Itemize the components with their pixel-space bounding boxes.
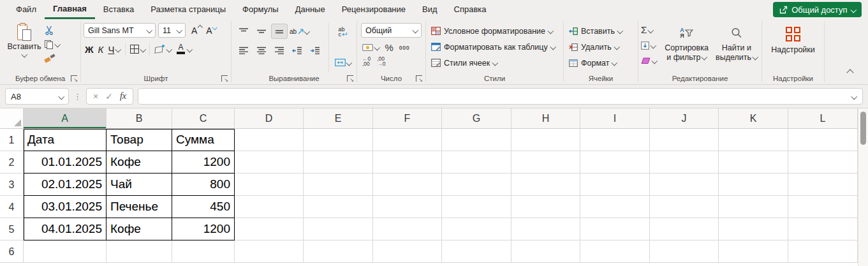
expand-formula-bar-icon[interactable]: [851, 93, 857, 99]
increase-indent-button[interactable]: [307, 43, 323, 58]
column-header-G[interactable]: G: [442, 108, 511, 129]
cell-D5[interactable]: [235, 218, 304, 240]
cell-K2[interactable]: [719, 151, 788, 174]
cell-B4[interactable]: Печенье: [107, 196, 172, 218]
cell-G3[interactable]: [442, 174, 511, 196]
format-painter-button[interactable]: [45, 53, 60, 64]
select-all-corner[interactable]: [0, 108, 24, 129]
column-header-E[interactable]: E: [304, 108, 373, 129]
font-dialog-launcher[interactable]: ↘: [221, 75, 228, 82]
cell-D3[interactable]: [235, 174, 304, 196]
cell-G1[interactable]: [442, 129, 511, 151]
tab-file[interactable]: Файл: [8, 0, 45, 19]
cell-styles-button[interactable]: Стили ячеек: [426, 55, 563, 71]
cell-H3[interactable]: [511, 174, 580, 196]
font-color-button[interactable]: А: [176, 44, 192, 54]
cell-I2[interactable]: [580, 151, 650, 174]
cell-D6[interactable]: [235, 240, 304, 263]
fill-color-button[interactable]: [154, 45, 172, 54]
cell-A4[interactable]: 03.01.2025: [24, 196, 107, 218]
format-cells-button[interactable]: Формат: [564, 55, 638, 71]
cell-G2[interactable]: [442, 151, 511, 174]
decrease-indent-button[interactable]: [289, 43, 305, 58]
cell-H6[interactable]: [511, 240, 580, 263]
underline-button[interactable]: Ч: [108, 44, 121, 55]
paste-button[interactable]: Вставить: [6, 23, 42, 73]
cell-I3[interactable]: [580, 174, 650, 196]
font-size-combo[interactable]: 11: [158, 23, 186, 38]
column-header-K[interactable]: K: [719, 108, 788, 129]
font-name-combo[interactable]: Gill Sans MT: [84, 23, 156, 38]
number-dialog-launcher[interactable]: ↘: [416, 75, 422, 82]
cell-C5[interactable]: 1200: [172, 218, 235, 240]
vertical-scrollbar[interactable]: [858, 108, 868, 266]
cell-C2[interactable]: 1200: [172, 151, 235, 174]
cell-I6[interactable]: [580, 240, 650, 263]
cell-J2[interactable]: [650, 151, 719, 174]
italic-button[interactable]: К: [98, 44, 104, 55]
cell-F3[interactable]: [373, 174, 442, 196]
accounting-format-button[interactable]: [362, 44, 379, 51]
cell-G4[interactable]: [442, 196, 511, 218]
wrap-text-button[interactable]: ab c: [334, 24, 352, 40]
cell-B3[interactable]: Чай: [107, 174, 172, 196]
cell-H2[interactable]: [511, 151, 580, 174]
cell-J1[interactable]: [650, 129, 719, 151]
cell-C3[interactable]: 800: [172, 174, 235, 196]
cell-L1[interactable]: [788, 129, 858, 151]
borders-button[interactable]: [130, 45, 145, 54]
conditional-formatting-button[interactable]: Условное форматирование: [426, 23, 563, 39]
cut-button[interactable]: [45, 25, 60, 36]
collapse-ribbon-button[interactable]: [848, 66, 853, 78]
cell-J3[interactable]: [650, 174, 719, 196]
row-header-6[interactable]: 6: [0, 240, 24, 263]
copy-button[interactable]: [45, 39, 60, 50]
cell-K3[interactable]: [719, 174, 788, 196]
align-middle-button[interactable]: [253, 24, 270, 39]
cell-C1[interactable]: Сумма: [172, 129, 235, 151]
name-box[interactable]: A8: [5, 88, 69, 105]
cell-H4[interactable]: [511, 196, 580, 218]
tab-insert[interactable]: Вставка: [95, 0, 142, 19]
orientation-button[interactable]: ab: [289, 24, 310, 39]
autosum-button[interactable]: Σ: [641, 24, 661, 36]
column-header-A[interactable]: A: [24, 108, 107, 129]
cell-B1[interactable]: Товар: [107, 129, 172, 151]
cancel-button[interactable]: ×: [93, 92, 98, 101]
sort-filter-button[interactable]: АЯ Сортировка и фильтр: [661, 23, 711, 73]
tab-formulas[interactable]: Формулы: [234, 0, 287, 19]
cell-B2[interactable]: Кофе: [107, 151, 172, 174]
cell-I1[interactable]: [580, 129, 650, 151]
align-right-button[interactable]: [271, 43, 288, 58]
cell-G6[interactable]: [442, 240, 511, 263]
cell-L3[interactable]: [788, 174, 858, 196]
alignment-dialog-launcher[interactable]: ↘: [347, 75, 353, 82]
cell-F6[interactable]: [373, 240, 442, 263]
cell-A3[interactable]: 02.01.2025: [24, 174, 107, 196]
cell-L4[interactable]: [788, 196, 858, 218]
format-as-table-button[interactable]: Форматировать как таблицу: [426, 39, 563, 55]
cell-A2[interactable]: 01.01.2025: [24, 151, 107, 174]
cell-E6[interactable]: [304, 240, 373, 263]
cell-B6[interactable]: [107, 240, 172, 263]
cell-F4[interactable]: [373, 196, 442, 218]
cell-F2[interactable]: [373, 151, 442, 174]
number-format-combo[interactable]: Общий: [361, 23, 422, 38]
cell-K4[interactable]: [719, 196, 788, 218]
share-button[interactable]: Общий доступ: [773, 2, 862, 17]
delete-cells-button[interactable]: Удалить: [564, 39, 638, 55]
cell-E3[interactable]: [304, 174, 373, 196]
column-header-D[interactable]: D: [235, 108, 304, 129]
cell-C6[interactable]: [172, 240, 235, 263]
align-bottom-button[interactable]: [271, 24, 288, 39]
cell-E5[interactable]: [304, 218, 373, 240]
cell-L5[interactable]: [788, 218, 858, 240]
tab-data[interactable]: Данные: [287, 0, 334, 19]
column-header-H[interactable]: H: [511, 108, 580, 129]
enter-button[interactable]: ✓: [105, 92, 113, 101]
cell-A5[interactable]: 04.01.2025: [24, 218, 107, 240]
cell-E4[interactable]: [304, 196, 373, 218]
cell-K6[interactable]: [719, 240, 788, 263]
cell-K1[interactable]: [719, 129, 788, 151]
cell-C4[interactable]: 450: [172, 196, 235, 218]
